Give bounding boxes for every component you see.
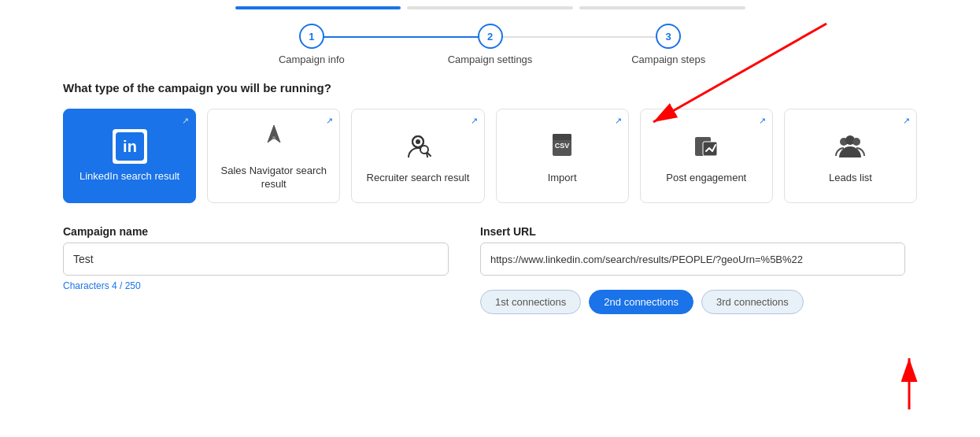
stepper: 1 Campaign info 2 Campaign settings 3 Ca…	[223, 24, 758, 65]
step-2-circle: 2	[478, 24, 503, 49]
svg-point-5	[416, 139, 420, 144]
btn-2nd-connections[interactable]: 2nd connections	[589, 290, 693, 314]
recruiter-icon	[401, 128, 435, 165]
step-3-label: Campaign steps	[631, 54, 705, 65]
linkedin-logo-icon: in	[113, 129, 147, 164]
campaign-type-question: What type of the campaign you will be ru…	[63, 81, 917, 94]
card-post-engagement[interactable]: ↗ Post engagement	[640, 109, 773, 203]
step-1-label: Campaign info	[279, 54, 345, 65]
linkedin-external-link-icon: ↗	[182, 116, 189, 126]
form-row: Campaign name Characters 4 / 250 Insert …	[63, 225, 917, 314]
svg-point-16	[852, 138, 860, 146]
import-external-link-icon: ↗	[615, 116, 622, 126]
step-1-circle: 1	[299, 24, 324, 49]
insert-url-input[interactable]	[480, 243, 905, 276]
card-leads-list-label: Leads list	[829, 172, 872, 185]
leads-list-external-link-icon: ↗	[903, 116, 910, 126]
step-1[interactable]: 1 Campaign info	[223, 24, 401, 65]
card-sales-navigator[interactable]: ↗ Sales Navigator search result	[207, 109, 340, 203]
insert-url-label: Insert URL	[480, 225, 905, 238]
leads-list-icon	[833, 128, 867, 165]
sales-nav-icon	[257, 120, 291, 158]
post-engagement-external-link-icon: ↗	[759, 116, 766, 126]
import-icon: CSV	[545, 128, 579, 165]
svg-text:in: in	[123, 138, 137, 155]
card-recruiter[interactable]: ↗ Recruiter search result	[351, 109, 484, 203]
campaign-type-cards: ↗ in LinkedIn search result ↗	[63, 109, 917, 203]
insert-url-group: Insert URL 1st connections 2nd connectio…	[480, 225, 905, 314]
card-sales-navigator-label: Sales Navigator search result	[214, 165, 333, 191]
svg-point-3	[272, 136, 276, 139]
char-count: Characters 4 / 250	[63, 280, 449, 291]
sales-nav-external-link-icon: ↗	[326, 116, 333, 126]
btn-3rd-connections[interactable]: 3rd connections	[701, 290, 804, 314]
svg-rect-11	[553, 134, 571, 140]
card-linkedin-label: LinkedIn search result	[80, 170, 179, 183]
card-leads-list[interactable]: ↗ Leads list	[784, 109, 917, 203]
campaign-name-label: Campaign name	[63, 225, 449, 238]
post-engagement-icon	[689, 128, 723, 165]
connections-filter-row: 1st connections 2nd connections 3rd conn…	[480, 290, 905, 314]
campaign-name-input[interactable]	[63, 243, 449, 276]
card-import-label: Import	[548, 172, 577, 185]
recruiter-external-link-icon: ↗	[471, 116, 478, 126]
card-import[interactable]: ↗ CSV Import	[496, 109, 629, 203]
btn-1st-connections[interactable]: 1st connections	[480, 290, 581, 314]
step-2-label: Campaign settings	[448, 54, 533, 65]
step-2[interactable]: 2 Campaign settings	[401, 24, 579, 65]
card-recruiter-label: Recruiter search result	[367, 172, 470, 185]
step-3-circle: 3	[656, 24, 681, 49]
card-linkedin[interactable]: ↗ in LinkedIn search result	[63, 109, 196, 203]
svg-marker-2	[268, 125, 280, 143]
svg-text:CSV: CSV	[555, 142, 570, 150]
campaign-name-group: Campaign name Characters 4 / 250	[63, 225, 449, 291]
step-3[interactable]: 3 Campaign steps	[579, 24, 758, 65]
card-post-engagement-label: Post engagement	[666, 172, 746, 185]
